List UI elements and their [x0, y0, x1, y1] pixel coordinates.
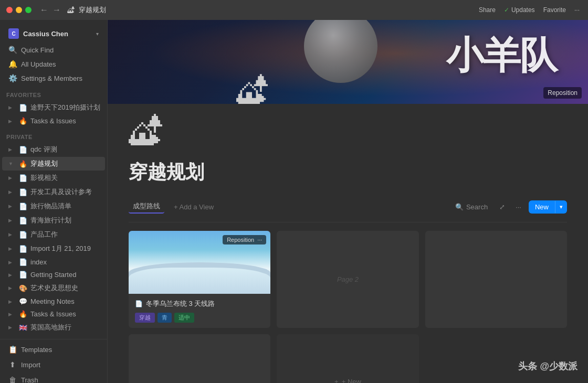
gallery-card-1[interactable]: Reposition ··· 📄 冬季乌兰布统 3 天线路 穿越 青 适中 — [129, 231, 270, 328]
page-large-icon: 🏕 — [129, 104, 567, 155]
sidebar-item-trash[interactable]: 🗑 Trash — [2, 373, 105, 383]
maximize-button[interactable] — [25, 7, 32, 13]
sidebar-top: C Cassius Chen ▾ 🔍 Quick Find 🔔 All Upda… — [0, 20, 107, 339]
sidebar-item-favorites-1[interactable]: ▶ 🔥 Tasks & Issues — [2, 115, 105, 127]
page-icon-9: 📄 — [19, 271, 27, 279]
expand-arrow-icon: ▶ — [8, 260, 16, 265]
card-title-text-1: 冬季乌兰布统 3 天线路 — [146, 299, 215, 308]
sidebar-item-private-5[interactable]: ▶ 📄 青海旅行计划 — [2, 214, 105, 227]
card-more-icon[interactable]: ··· — [257, 237, 262, 243]
page-label-3: 开发工具及设计参考 — [30, 187, 92, 197]
sidebar-user[interactable]: C Cassius Chen ▾ — [2, 25, 105, 42]
tag-shizhong: 适中 — [174, 313, 194, 323]
avatar: C — [8, 28, 19, 39]
new-button-dropdown[interactable]: ▾ — [555, 201, 567, 213]
settings-label: Settings & Members — [21, 75, 82, 82]
trash-label: Trash — [21, 376, 38, 384]
card-title-text-2: Page 2 — [337, 275, 359, 283]
favorite-button[interactable]: Favorite — [543, 6, 566, 14]
new-card-button[interactable]: + + New — [277, 334, 418, 383]
sidebar-item-private-7[interactable]: ▶ 📄 Import 1月 21, 2019 — [2, 242, 105, 256]
sidebar-item-templates[interactable]: 📋 Templates — [2, 342, 105, 357]
gallery-card-2[interactable]: Page 2 — [277, 231, 418, 328]
page-label-6: 产品工作 — [30, 230, 58, 239]
favorites-section-label: FAVORITES — [0, 86, 107, 100]
tag-qing: 青 — [158, 313, 172, 323]
page-icon-favorites-0: 📄 — [19, 104, 27, 112]
gallery-card-3[interactable] — [425, 231, 567, 328]
gear-icon: ⚙️ — [8, 74, 17, 82]
page-title: 穿越规划 — [129, 155, 567, 196]
close-button[interactable] — [6, 7, 13, 13]
sidebar-item-private-3[interactable]: ▶ 📄 开发工具及设计参考 — [2, 185, 105, 199]
search-icon: 🔍 — [455, 203, 464, 211]
page-label-9: Getting Started — [30, 271, 76, 279]
sidebar-item-favorites-0[interactable]: ▶ 📄 途野天下2019拍摄计划 — [2, 101, 105, 114]
expand-arrow-icon: ▶ — [8, 218, 16, 223]
more-button[interactable]: ··· — [574, 6, 580, 14]
titlebar-page-title: 穿越规划 — [79, 5, 106, 15]
page-icon-3: 📄 — [19, 188, 27, 196]
sidebar-item-allupdates[interactable]: 🔔 All Updates — [2, 57, 105, 71]
reposition-label[interactable]: Reposition — [227, 237, 254, 243]
new-button-main[interactable]: New — [529, 200, 555, 214]
expand-button[interactable]: ⤢ — [496, 201, 508, 213]
card-body-1: 📄 冬季乌兰布统 3 天线路 穿越 青 适中 — [129, 294, 270, 328]
sidebar-item-private-12[interactable]: ▶ 🔥 Tasks & Issues — [2, 308, 105, 320]
page-icon-7: 📄 — [19, 245, 27, 253]
sidebar-item-private-6[interactable]: ▶ 📄 产品工作 — [2, 228, 105, 241]
share-button[interactable]: Share — [479, 6, 496, 14]
expand-arrow-icon: ▶ — [8, 119, 16, 124]
allupdates-label: All Updates — [21, 60, 56, 68]
sidebar-item-meeting-notes[interactable]: ▶ 💬 Meeting Notes — [2, 295, 105, 307]
expand-arrow-icon: ▶ — [8, 175, 16, 180]
tag-chuanyue: 穿越 — [135, 313, 155, 323]
page-toolbar: 成型路线 + Add a View 🔍 Search ⤢ ··· New ▾ — [129, 196, 567, 222]
updates-button[interactable]: ✓ Updates — [504, 6, 535, 14]
more-options-button[interactable]: ··· — [512, 201, 524, 213]
user-name: Cassius Chen — [23, 30, 92, 38]
sidebar-item-private-0[interactable]: ▶ 📄 qdc 评测 — [2, 143, 105, 156]
sidebar-item-private-13[interactable]: ▶ 🇬🇧 英国高地旅行 — [2, 321, 105, 334]
add-view-button[interactable]: + Add a View — [171, 201, 217, 212]
expand-arrow-icon: ▶ — [8, 272, 16, 278]
sidebar-item-private-4[interactable]: ▶ 📄 旅行物品清单 — [2, 199, 105, 213]
quickfind-label: Quick Find — [21, 46, 54, 54]
page-label-0: qdc 评测 — [30, 145, 57, 154]
titlebar: ← → 🏕 穿越规划 Share ✓ Updates Favorite ··· — [0, 0, 588, 20]
content-area: 🏕 小羊队 Reposition 🏕 穿越规划 成型路线 + Add a Vie… — [108, 20, 588, 383]
page-icon-12: 🔥 — [19, 310, 27, 318]
page-icon-13: 🇬🇧 — [19, 324, 27, 332]
gallery-grid: Reposition ··· 📄 冬季乌兰布统 3 天线路 穿越 青 适中 — [129, 231, 567, 383]
sidebar-item-import[interactable]: ⬆ Import — [2, 357, 105, 372]
back-button[interactable]: ← — [40, 5, 48, 15]
expand-arrow-icon: ▶ — [8, 147, 16, 152]
main-layout: C Cassius Chen ▾ 🔍 Quick Find 🔔 All Upda… — [0, 20, 588, 383]
new-button-group: New ▾ — [529, 200, 567, 214]
sidebar-item-private-2[interactable]: ▶ 📄 影视相关 — [2, 171, 105, 185]
toolbar-right: 🔍 Search ⤢ ··· New ▾ — [451, 200, 567, 214]
sidebar-item-getting-started[interactable]: ▶ 📄 Getting Started — [2, 269, 105, 281]
expand-arrow-icon: ▶ — [8, 299, 16, 304]
expand-arrow-icon: ▶ — [8, 232, 16, 237]
minimize-button[interactable] — [16, 7, 22, 13]
card-empty-3 — [425, 231, 567, 328]
reposition-button[interactable]: Reposition — [543, 87, 582, 99]
page-icon-6: 📄 — [19, 231, 27, 239]
gallery-card-4[interactable] — [129, 334, 270, 383]
sidebar-item-private-1[interactable]: ▼ 🔥 穿越规划 — [2, 157, 105, 171]
sidebar-item-quickfind[interactable]: 🔍 Quick Find — [2, 43, 105, 57]
page-label-favorites-1: Tasks & Issues — [30, 117, 76, 125]
card-reposition-bar: Reposition ··· — [223, 235, 266, 244]
sidebar-item-private-10[interactable]: ▶ 🎨 艺术史及思想史 — [2, 281, 105, 295]
search-button[interactable]: 🔍 Search — [451, 201, 492, 213]
expand-arrow-icon: ▶ — [8, 285, 16, 291]
page-icon-11: 💬 — [19, 297, 27, 305]
view-tab-chenxing[interactable]: 成型路线 — [129, 200, 164, 214]
forward-button[interactable]: → — [52, 5, 61, 15]
page-label-4: 旅行物品清单 — [30, 201, 71, 211]
import-icon: ⬆ — [8, 360, 17, 369]
private-section-label: PRIVATE — [0, 127, 107, 142]
sidebar-item-private-8[interactable]: ▶ 📄 index — [2, 256, 105, 268]
sidebar-item-settings[interactable]: ⚙️ Settings & Members — [2, 71, 105, 85]
